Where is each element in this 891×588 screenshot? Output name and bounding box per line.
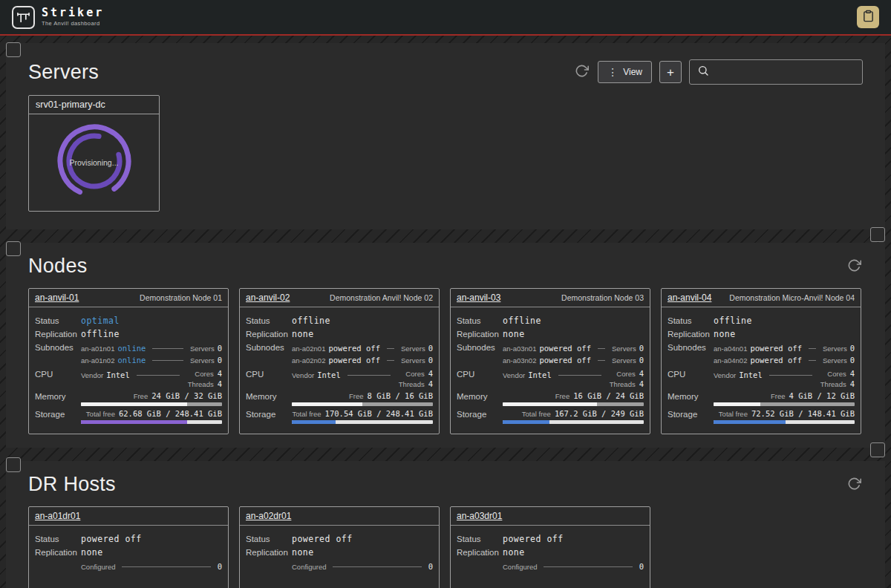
panel-corner-decoration — [6, 241, 21, 256]
top-bar: Striker The Anvil! dashboard — [0, 0, 891, 36]
refresh-button[interactable] — [846, 257, 863, 276]
memory-value: 8 GiB / 16 GiB — [367, 391, 433, 400]
storage-value: 167.2 GiB / 249 GiB — [555, 409, 644, 418]
node-card: an-anvil-01 Demonstration Node 01 Status… — [28, 288, 229, 434]
servers-count: 0 — [850, 344, 855, 353]
free-label: Free — [349, 392, 364, 400]
servers-count: 0 — [639, 356, 644, 365]
cores-label: Cores — [195, 370, 213, 378]
server-card-body: Provisioning... — [29, 114, 159, 211]
subnode-state: online — [117, 356, 146, 365]
servers-label: Servers — [612, 356, 636, 365]
clipboard-icon — [862, 10, 875, 24]
total-free-label: Total free — [293, 410, 322, 418]
dr-host-name-link[interactable]: an-a02dr01 — [246, 511, 291, 521]
cores-label: Cores — [616, 370, 635, 378]
add-server-button[interactable]: + — [659, 61, 682, 83]
subnode-row: an-a01n02 online Servers 0 — [81, 354, 222, 366]
node-description: Demonstration Node 01 — [140, 293, 222, 302]
subnodes-label: Subnodes — [35, 342, 81, 352]
search-input[interactable] — [715, 67, 855, 78]
tasks-button[interactable] — [857, 6, 879, 28]
memory-bar — [81, 402, 222, 406]
dr-host-card: an-a01dr01 Status powered off Replicatio… — [28, 506, 229, 588]
free-label: Free — [555, 392, 570, 400]
vendor-label: Vendor — [81, 371, 103, 379]
subnode-row: an-a03n01 powered off Servers 0 — [503, 342, 644, 354]
total-free-label: Total free — [86, 410, 115, 418]
panel-corner-decoration — [870, 442, 885, 457]
threads-label: Threads — [820, 380, 846, 388]
leader-line — [152, 348, 183, 349]
status-label: Status — [246, 534, 292, 543]
refresh-icon — [847, 477, 861, 493]
dr-host-name-link[interactable]: an-a03dr01 — [457, 511, 502, 521]
storage-label: Storage — [35, 409, 81, 419]
search-icon — [697, 65, 709, 79]
server-card-title: srv01-primary-dc — [29, 96, 159, 114]
servers-label: Servers — [401, 356, 425, 365]
subnode-row: an-a04n02 powered off Servers 0 — [714, 354, 855, 366]
status-label: Status — [457, 316, 503, 325]
node-name-link[interactable]: an-anvil-02 — [246, 293, 290, 303]
storage-value: 170.54 GiB / 248.41 GiB — [325, 409, 433, 418]
configured-label: Configured — [292, 563, 326, 571]
status-value: offline — [503, 316, 541, 326]
replication-label: Replication — [457, 329, 503, 339]
subnode-name: an-a02n02 — [292, 356, 325, 365]
replication-value: none — [503, 547, 525, 558]
storage-label: Storage — [246, 409, 292, 419]
replication-label: Replication — [35, 329, 81, 339]
leader-line — [387, 360, 394, 361]
memory-label: Memory — [457, 391, 503, 401]
servers-label: Servers — [823, 344, 847, 353]
subnode-row: an-a04n01 powered off Servers 0 — [714, 342, 855, 354]
memory-bar — [714, 402, 855, 406]
dr-host-name-link[interactable]: an-a01dr01 — [35, 511, 80, 521]
node-description: Demonstration Micro-Anvil! Node 04 — [729, 293, 855, 302]
dr-hosts-section: DR Hosts an-a01dr01 Status powered off R… — [6, 461, 885, 588]
panel-corner-decoration — [6, 457, 21, 472]
servers-label: Servers — [401, 344, 425, 353]
cpu-vendor-value: Intel — [739, 370, 763, 379]
view-button[interactable]: ⋮ View — [598, 61, 652, 83]
cpu-label: CPU — [246, 369, 292, 379]
configured-label: Configured — [503, 563, 537, 571]
vendor-label: Vendor — [714, 371, 736, 379]
vendor-label: Vendor — [292, 371, 314, 379]
search-box[interactable] — [689, 59, 863, 85]
refresh-button[interactable] — [573, 62, 590, 82]
subnodes-label: Subnodes — [246, 342, 292, 352]
node-name-link[interactable]: an-anvil-01 — [35, 293, 79, 303]
replication-value: none — [503, 329, 525, 339]
node-name-link[interactable]: an-anvil-04 — [668, 293, 711, 303]
status-value: offline — [714, 316, 752, 326]
replication-value: none — [714, 329, 736, 339]
refresh-button[interactable] — [846, 475, 863, 494]
server-card: srv01-primary-dc Provisioning... — [28, 95, 160, 212]
subnode-state: powered off — [328, 344, 380, 353]
cpu-vendor-value: Intel — [317, 370, 341, 379]
app-subtitle: The Anvil! dashboard — [42, 20, 104, 27]
replication-value: none — [292, 547, 314, 558]
threads-value: 4 — [218, 379, 222, 388]
leader-line — [333, 566, 421, 567]
leader-line — [598, 348, 605, 349]
cores-label: Cores — [827, 370, 846, 378]
configured-row: Configured 0 — [503, 561, 644, 572]
subnodes-label: Subnodes — [668, 342, 714, 352]
cpu-label: CPU — [35, 369, 81, 379]
threads-label: Threads — [399, 380, 425, 388]
cores-label: Cores — [405, 370, 424, 378]
dr-cards-row: an-a01dr01 Status powered off Replicatio… — [28, 506, 863, 588]
node-description: Demonstration Anvil! Node 02 — [330, 293, 433, 302]
configured-value: 0 — [218, 562, 222, 571]
plus-icon: + — [667, 66, 674, 79]
subnode-state: powered off — [539, 344, 591, 353]
status-value: optimal — [81, 316, 120, 326]
node-name-link[interactable]: an-anvil-03 — [457, 293, 500, 303]
configured-row: Configured 0 — [81, 561, 222, 572]
servers-label: Servers — [612, 344, 636, 353]
threads-label: Threads — [188, 380, 214, 388]
servers-count: 0 — [850, 356, 855, 365]
